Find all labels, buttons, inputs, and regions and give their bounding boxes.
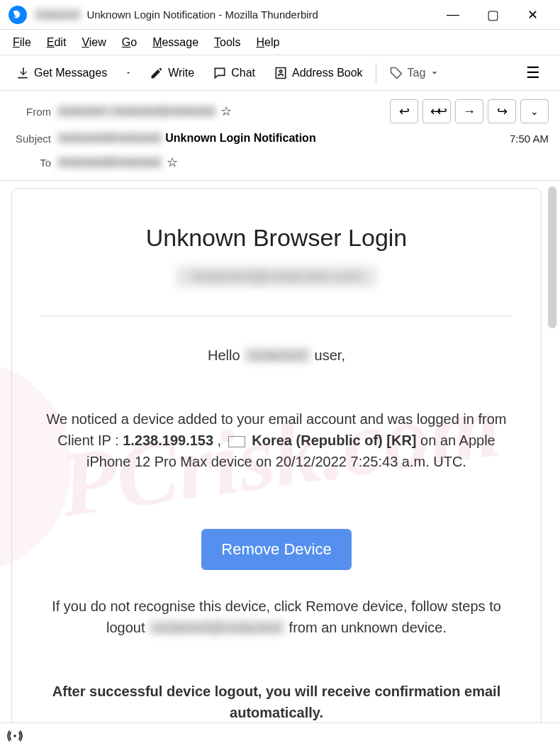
email-subtitle-redacted: redacted@redacted.com: [177, 266, 376, 287]
window-title: redacted Unknown Login Notification - Mo…: [34, 9, 318, 21]
app-menu-button[interactable]: ☰: [519, 61, 547, 85]
get-messages-button[interactable]: Get Messages: [9, 62, 114, 84]
menu-bar: File Edit View Go Message Tools Help: [0, 30, 560, 55]
reply-all-button[interactable]: ↩↩: [422, 99, 451, 123]
svg-point-0: [13, 735, 16, 737]
from-label: From: [6, 106, 51, 118]
menu-message[interactable]: Message: [147, 33, 204, 52]
window-titlebar: redacted Unknown Login Notification - Mo…: [0, 0, 560, 30]
status-bar: [0, 722, 560, 748]
star-icon[interactable]: ☆: [220, 104, 232, 119]
message-body-pane: PCrisk.com Unknown Browser Login redacte…: [0, 181, 560, 727]
more-actions-button[interactable]: ⌄: [520, 99, 549, 123]
chat-icon: [213, 66, 227, 80]
message-time: 7:50 AM: [510, 133, 549, 145]
vertical-scrollbar[interactable]: ▴ ▾: [546, 184, 559, 727]
menu-edit[interactable]: Edit: [41, 33, 72, 52]
menu-view[interactable]: View: [76, 33, 111, 52]
maximize-button[interactable]: ▢: [482, 7, 503, 23]
to-label: To: [6, 157, 51, 169]
star-icon[interactable]: ☆: [167, 155, 178, 170]
remove-device-button[interactable]: Remove Device: [201, 529, 351, 570]
confirmation-paragraph: After successful device logout, you will…: [40, 681, 513, 723]
download-icon: [16, 66, 30, 80]
menu-help[interactable]: Help: [250, 33, 285, 52]
login-notice-paragraph: We noticed a device added to your email …: [40, 408, 513, 472]
flag-icon: [228, 436, 245, 447]
chat-button[interactable]: Chat: [206, 62, 262, 84]
divider: [40, 316, 513, 316]
chevron-down-icon: [430, 68, 439, 78]
address-book-button[interactable]: Address Book: [267, 62, 370, 84]
address-book-icon: [274, 66, 288, 80]
tag-button[interactable]: Tag: [382, 62, 447, 84]
tag-icon: [389, 66, 403, 80]
message-header: From redacted - redacted@redacted ☆ ↩ ↩↩…: [0, 91, 560, 181]
write-button[interactable]: Write: [142, 62, 201, 84]
minimize-button[interactable]: —: [442, 7, 464, 23]
reply-button[interactable]: ↩: [390, 99, 418, 123]
subject-value: redacted@redacted Unknown Login Notifica…: [57, 132, 316, 145]
menu-go[interactable]: Go: [116, 33, 142, 52]
redirect-button[interactable]: ↪: [488, 99, 516, 123]
chevron-down-icon: [125, 68, 131, 78]
toolbar-separator: [376, 63, 376, 83]
to-value[interactable]: redacted@redacted: [57, 156, 162, 169]
toolbar: Get Messages Write Chat Address Book Tag…: [0, 55, 560, 91]
instruction-paragraph: If you do not recognise this device, cli…: [40, 596, 513, 638]
pencil-icon: [150, 66, 164, 80]
menu-tools[interactable]: Tools: [208, 33, 246, 52]
scrollbar-thumb[interactable]: [548, 186, 556, 328]
greeting: Hello redacted user,: [40, 345, 513, 366]
forward-button[interactable]: →: [455, 99, 483, 123]
broadcast-icon[interactable]: [7, 728, 23, 744]
close-button[interactable]: ✕: [522, 7, 543, 23]
from-value[interactable]: redacted - redacted@redacted: [57, 105, 216, 118]
email-title: Unknown Browser Login: [40, 224, 513, 252]
menu-file[interactable]: File: [7, 33, 37, 52]
email-body: Unknown Browser Login redacted@redacted.…: [11, 188, 542, 727]
subject-label: Subject: [6, 133, 51, 145]
get-messages-dropdown[interactable]: [118, 64, 138, 82]
thunderbird-icon: [9, 6, 27, 24]
